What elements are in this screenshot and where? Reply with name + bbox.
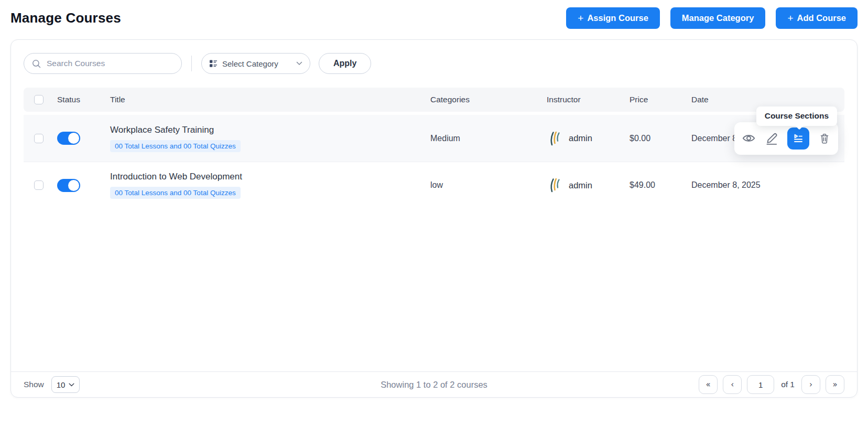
course-price: $0.00: [630, 134, 691, 143]
course-meta-link[interactable]: 00 Total Lessons and 00 Total Quizzes: [110, 187, 241, 199]
search-icon: [32, 59, 41, 68]
plus-icon: +: [578, 13, 583, 23]
instructor-name: admin: [569, 133, 592, 143]
results-summary: Showing 1 to 2 of 2 courses: [381, 380, 487, 390]
column-date: Date: [691, 95, 844, 104]
page-size-select[interactable]: 10: [51, 376, 80, 393]
course-category: low: [430, 180, 547, 190]
row-actions-panel: [734, 122, 838, 155]
category-select-value: Select Category: [222, 59, 291, 68]
first-page-button[interactable]: «: [699, 375, 718, 394]
next-page-button[interactable]: ›: [801, 375, 820, 394]
course-category: Medium: [430, 134, 547, 143]
column-instructor: Instructor: [547, 95, 630, 104]
apply-button[interactable]: Apply: [319, 53, 371, 74]
assign-course-label: Assign Course: [587, 13, 648, 23]
view-button[interactable]: [742, 131, 756, 145]
courses-table: Status Title Categories Instructor Price…: [11, 88, 857, 208]
add-course-button[interactable]: + Add Course: [776, 7, 858, 29]
filters-bar: Select Category Apply: [11, 40, 857, 88]
course-sections-button[interactable]: [787, 127, 809, 150]
add-course-label: Add Course: [797, 13, 846, 23]
course-price: $49.00: [630, 180, 691, 190]
row-checkbox[interactable]: [34, 180, 44, 190]
column-status: Status: [57, 95, 101, 104]
course-sections-tooltip: Course Sections: [756, 106, 837, 126]
page-size-value: 10: [57, 380, 66, 389]
column-price: Price: [630, 95, 691, 104]
topbar: Manage Courses + Assign Course Manage Ca…: [0, 0, 868, 29]
category-select[interactable]: Select Category: [201, 53, 310, 74]
avatar: [547, 176, 562, 194]
trash-icon: [818, 132, 831, 145]
search-input[interactable]: [46, 58, 173, 69]
filter-divider: [191, 56, 192, 71]
manage-category-label: Manage Category: [682, 13, 754, 23]
table-header: Status Title Categories Instructor Price…: [24, 88, 844, 112]
course-title: Introduction to Web Development: [110, 172, 430, 182]
header-actions: + Assign Course Manage Category + Add Co…: [566, 7, 858, 29]
courses-card: Select Category Apply Status Title Categ…: [10, 39, 858, 398]
show-label: Show: [24, 380, 44, 389]
playlist-icon: [793, 133, 804, 144]
last-page-button[interactable]: »: [826, 375, 844, 394]
course-date: December 8, 2025: [691, 180, 844, 190]
pagination: « ‹ of 1 › »: [699, 375, 844, 394]
page-number-input[interactable]: [747, 375, 774, 394]
course-title: Workplace Safety Training: [110, 125, 430, 135]
select-all-checkbox[interactable]: [34, 95, 44, 104]
avatar: [547, 130, 562, 147]
column-categories: Categories: [430, 95, 547, 104]
search-box[interactable]: [24, 53, 182, 74]
assign-course-button[interactable]: + Assign Course: [566, 7, 660, 29]
chevron-down-icon: [296, 61, 302, 66]
tooltip-label: Course Sections: [765, 111, 829, 120]
instructor-name: admin: [569, 180, 592, 190]
plus-icon: +: [787, 13, 793, 23]
manage-category-button[interactable]: Manage Category: [670, 7, 766, 29]
page-title: Manage Courses: [10, 10, 121, 26]
edit-button[interactable]: [765, 132, 778, 145]
column-title: Title: [101, 95, 430, 104]
table-row: Introduction to Web Development 00 Total…: [24, 162, 844, 208]
status-toggle[interactable]: [57, 132, 80, 145]
table-row: Workplace Safety Training 00 Total Lesso…: [24, 115, 844, 162]
eye-icon: [742, 131, 756, 145]
table-footer: Show 10 Showing 1 to 2 of 2 courses « ‹ …: [11, 371, 857, 397]
pencil-icon: [765, 132, 778, 145]
delete-button[interactable]: [818, 132, 831, 145]
course-meta-link[interactable]: 00 Total Lessons and 00 Total Quizzes: [110, 140, 241, 152]
prev-page-button[interactable]: ‹: [723, 375, 742, 394]
category-icon: [209, 59, 218, 68]
row-checkbox[interactable]: [34, 134, 44, 143]
page-count-label: of 1: [781, 380, 795, 389]
status-toggle[interactable]: [57, 179, 80, 192]
chevron-down-icon: [69, 383, 74, 387]
